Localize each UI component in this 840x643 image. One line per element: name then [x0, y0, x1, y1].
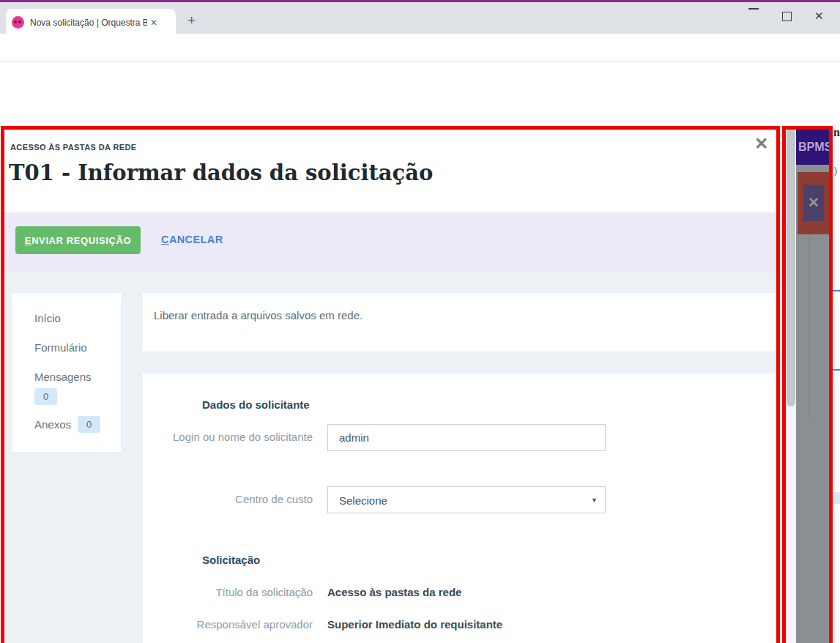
window-close-icon[interactable]: ✕ — [814, 10, 824, 23]
submit-label: NVIAR REQUISIÇÃO — [31, 235, 131, 246]
background-divider — [809, 234, 810, 417]
background-close-icon[interactable]: ✕ — [803, 185, 824, 221]
clipped-text-fragment: n — [833, 126, 840, 139]
responsavel-value: Superior Imediato do requisitante — [327, 618, 502, 631]
centro-custo-select[interactable]: Selecione ▼ — [327, 486, 606, 513]
process-description: Liberar entrada a arquivos salvos em red… — [154, 309, 363, 322]
window-maximize-icon[interactable] — [782, 12, 792, 21]
page-background: ACESSO ÀS PASTAS DA REDE T01 - Informar … — [0, 62, 840, 643]
enviar-requisicao-button[interactable]: ENVIAR REQUISIÇÃO — [15, 226, 141, 254]
centro-custo-selected-value: Selecione — [339, 494, 387, 507]
background-red-panel: ✕ — [798, 172, 829, 234]
section-solicitacao: Solicitação — [202, 554, 260, 566]
submit-accesskey: E — [25, 235, 31, 246]
form-card: Dados do solicitante Login ou nome do so… — [143, 373, 776, 643]
clipped-blue-badge — [833, 492, 840, 504]
cancel-accesskey: C — [161, 234, 169, 245]
page-edge-sliver: n ) — [833, 124, 840, 643]
mensagens-count-badge: 0 — [34, 388, 57, 405]
clipped-link-underline-2 — [833, 369, 840, 371]
new-tab-button[interactable]: + — [187, 12, 196, 29]
page-scrollbar-thumb[interactable] — [787, 128, 795, 406]
clipped-text-fragment-2: ) — [834, 165, 837, 176]
login-input[interactable] — [327, 424, 606, 451]
cancelar-link[interactable]: CANCELAR — [161, 234, 223, 245]
modal-title: T01 - Informar dados da solicitação — [9, 160, 433, 185]
select-dropdown-icon: ▼ — [591, 487, 598, 514]
responsavel-label: Responsável aprovador — [150, 618, 313, 631]
centro-custo-label: Centro de custo — [150, 493, 313, 505]
cancel-label: ANCELAR — [169, 234, 223, 245]
process-name-kicker: ACESSO ÀS PASTAS DA REDE — [10, 143, 137, 152]
login-label: Login ou nome do solicitante — [150, 431, 313, 443]
tab-close-icon[interactable]: ✕ — [150, 18, 157, 28]
tab-title: Nova solicitação | Orquestra BPM — [30, 18, 147, 28]
section-dados-solicitante: Dados do solicitante — [202, 398, 310, 411]
window-minimize-icon[interactable] — [748, 8, 759, 10]
tab-bar: Nova solicitação | Orquestra BPM ✕ + ✕ — [0, 2, 840, 34]
bpms-brand-header: BPMS — [796, 130, 829, 165]
modal-close-icon[interactable]: ✕ — [754, 134, 768, 154]
sidebar-item-anexos[interactable]: Anexos — [34, 418, 71, 431]
titulo-value: Acesso às pastas da rede — [327, 586, 461, 598]
anexos-count-badge: 0 — [78, 416, 100, 433]
sidebar-item-inicio[interactable]: Início — [34, 312, 61, 324]
description-card: Liberar entrada a arquivos salvos em red… — [143, 293, 776, 352]
sidebar-item-formulario[interactable]: Formulário — [34, 341, 87, 354]
clipped-link-underline — [833, 290, 840, 291]
browser-tab[interactable]: Nova solicitação | Orquestra BPM ✕ — [6, 9, 176, 36]
site-favicon-icon — [12, 16, 24, 29]
screenshot-stage: Nova solicitação | Orquestra BPM ✕ + ✕ ←… — [0, 0, 840, 643]
browser-toolbar: ← → ⟳ ⓘ localhost:91/2.0/request?c=GPcQt… — [0, 34, 840, 62]
titulo-label: Título da solicitação — [150, 586, 313, 598]
sidebar-item-mensagens[interactable]: Mensagens — [34, 371, 92, 383]
dimmed-background-page: BPMS ✕ — [796, 128, 829, 643]
